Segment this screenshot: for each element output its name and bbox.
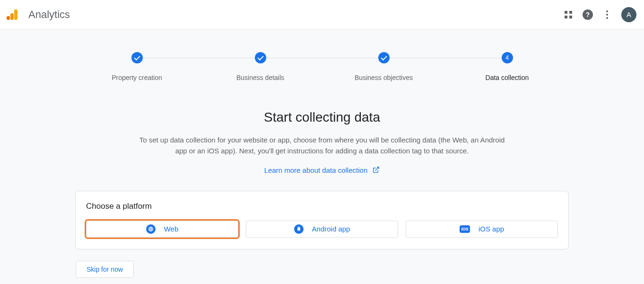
logo[interactable]: Analytics — [7, 9, 70, 21]
card-title: Choose a platform — [86, 202, 558, 211]
check-icon — [255, 52, 266, 63]
platform-label: Web — [164, 225, 179, 233]
platform-card: Choose a platform Web Android app iOS iO… — [75, 191, 569, 249]
analytics-logo-icon — [7, 9, 18, 20]
learn-more-label: Learn more about data collection — [264, 166, 367, 174]
step-label: Data collection — [486, 74, 529, 81]
app-header: Analytics ? A — [0, 0, 644, 29]
step-data-collection[interactable]: 4 Data collection — [445, 52, 569, 81]
progress-stepper: Property creation Business details Busin… — [75, 52, 569, 81]
ios-badge-icon: iOS — [460, 225, 470, 233]
app-title: Analytics — [28, 9, 70, 21]
check-icon — [378, 52, 390, 63]
platform-label: Android app — [312, 225, 350, 233]
apps-grid-icon[interactable] — [563, 9, 574, 20]
step-label: Business details — [236, 74, 284, 81]
android-icon — [294, 224, 304, 234]
step-property-creation[interactable]: Property creation — [75, 52, 199, 81]
step-business-details[interactable]: Business details — [199, 52, 322, 81]
step-label: Business objectives — [355, 74, 413, 81]
platform-web-button[interactable]: Web — [86, 221, 238, 238]
page-description: To set up data collection for your websi… — [133, 134, 511, 157]
external-link-icon — [372, 166, 380, 174]
platform-android-button[interactable]: Android app — [246, 221, 398, 238]
step-number-icon: 4 — [502, 52, 513, 63]
learn-more-link[interactable]: Learn more about data collection — [264, 166, 380, 174]
platform-ios-button[interactable]: iOS iOS app — [406, 221, 558, 238]
avatar[interactable]: A — [621, 7, 636, 22]
check-icon — [131, 52, 143, 63]
platform-options: Web Android app iOS iOS app — [86, 221, 558, 238]
platform-label: iOS app — [479, 225, 504, 233]
step-label: Property creation — [112, 74, 162, 81]
globe-icon — [146, 224, 156, 234]
step-business-objectives[interactable]: Business objectives — [322, 52, 445, 81]
help-icon[interactable]: ? — [583, 9, 593, 20]
header-actions: ? A — [563, 7, 636, 22]
page-content: Property creation Business details Busin… — [0, 29, 644, 278]
skip-button[interactable]: Skip for now — [76, 261, 134, 278]
page-title: Start collecting data — [75, 110, 569, 125]
more-vert-icon[interactable] — [601, 8, 613, 22]
main-section: Start collecting data To set up data col… — [75, 110, 569, 175]
